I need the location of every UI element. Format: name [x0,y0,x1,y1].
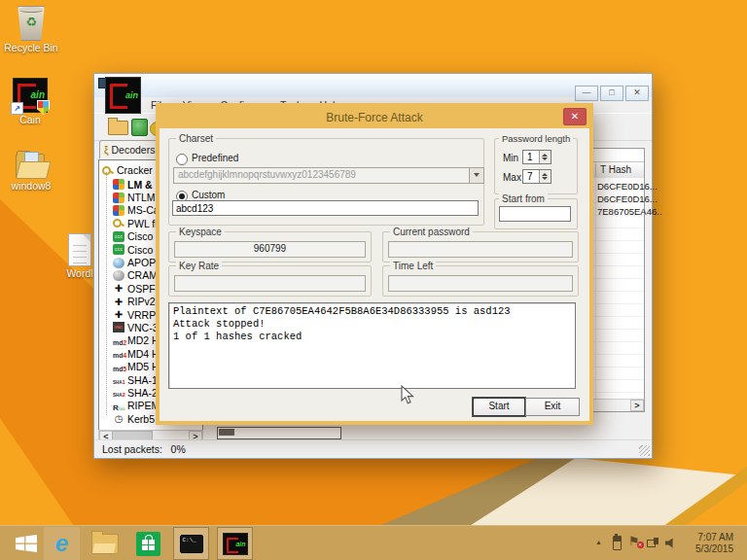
max-value: 7 [527,171,533,182]
command-prompt-icon: C:\_ [180,535,203,553]
sniffer-toolbar-icon[interactable] [131,119,148,136]
brute-force-attack-dialog: Brute-Force Attack ✕ Charset Predefined … [156,103,593,425]
tree-item-icon [113,231,124,242]
desktop-icon-cain[interactable]: ain ↗ Cain [8,78,53,125]
recycle-bin-icon: ♻ [17,6,46,41]
tree-item-icon [113,283,124,294]
taskbar-file-explorer[interactable] [87,527,123,560]
shortcut-arrow-icon: ↗ [11,102,23,115]
min-value: 1 [527,152,533,162]
dialog-titlebar[interactable]: Brute-Force Attack [160,107,589,128]
minimize-button[interactable]: — [575,86,598,101]
tree-item-label: MD2 H [127,334,160,346]
tree-item-label: APOP- [127,257,160,268]
tree-item-label: VNC-3 [127,322,159,333]
status-bar: Lost packets: 0% [94,439,652,458]
custom-label[interactable]: Custom [192,190,225,200]
tree-item-label: Cisco [127,244,153,256]
action-center-flag-icon[interactable]: ⚑ [628,534,640,548]
battery-icon[interactable] [613,536,622,550]
taskbar-internet-explorer[interactable]: e [44,527,80,560]
exit-button[interactable]: Exit [525,398,580,416]
tree-item-label: PWL fi [127,218,158,229]
taskbar-command-prompt[interactable]: C:\_ [173,527,209,560]
start-from-input[interactable] [499,206,571,222]
tree-item-label: MD4 H [127,348,160,360]
custom-charset-input[interactable] [172,200,479,216]
desktop-icon-label: window8 [4,181,58,192]
tree-item-label: Kerb5 [127,413,155,425]
mouse-cursor [401,385,414,405]
tree-root-cracker[interactable]: Cracker [102,164,153,176]
key-icon [102,165,114,176]
taskbar: e C:\_ ain ▲ ⚑ 7:07 AM 5/3/2015 [0,525,747,560]
tree-item-icon [113,218,124,228]
tree-item-icon [113,258,124,268]
status-text: Lost packets: 0% [102,443,186,455]
tree-item-icon [113,297,124,307]
attack-output-box[interactable]: Plaintext of C7E86705EA4642F5B8A6E34D863… [168,302,576,389]
cain-icon: ain [223,533,248,555]
min-label: Min [503,153,518,163]
tree-item-label: SHA-1 [127,374,158,386]
tree-item-icon [113,387,124,398]
column-header-hash[interactable]: T Hash [600,164,631,175]
store-icon [136,532,160,556]
network-icon[interactable] [647,538,658,546]
hash-row[interactable]: 7E86705EA46.. [597,206,662,219]
tree-item-label: LM & [127,179,153,191]
taskbar-clock[interactable]: 7:07 AM 5/3/2015 [677,532,733,555]
tree-root-label: Cracker [117,164,153,176]
taskbar-cain[interactable]: ain [217,527,253,560]
tree-item-icon [113,362,124,372]
hidden-icons-arrow[interactable]: ▲ [595,539,602,545]
spring-icon: ξ [104,145,108,156]
current-password-value [388,241,573,258]
tree-item-icon [113,401,124,411]
predefined-radio[interactable] [176,154,188,165]
keyspace-legend: Keyspace [176,227,225,237]
tab-decoders[interactable]: ξ Decoders [99,140,160,158]
cain-shortcut-icon: ain ↗ [13,78,48,113]
desktop-icon-label: Recycle Bin [4,43,58,53]
key-rate-legend: Key Rate [176,261,222,271]
desktop-icon-recycle-bin[interactable]: ♻ Recycle Bin [4,6,58,53]
hash-row[interactable]: D6CFE0D16... [597,181,658,193]
tab-label: Decoders [111,144,155,156]
chevron-down-icon[interactable] [469,168,483,183]
start-button[interactable]: Start [473,398,525,416]
taskbar-store[interactable] [130,527,166,560]
tree-item-icon [113,244,124,255]
cain-logo: ain [105,77,141,114]
max-spinner[interactable]: 7 [522,169,551,184]
tree-item-label: VRRP- [127,309,160,321]
document-icon [68,233,91,266]
scroll-right-icon[interactable]: > [630,400,644,411]
maximize-button[interactable]: □ [600,86,623,101]
window-titlebar[interactable] [94,74,652,97]
windows-logo-icon [15,534,38,553]
tree-item-icon [113,179,124,190]
spinner-arrows-icon[interactable] [539,170,551,183]
charset-value: abcdefghijklmnopqrstuvwxyz0123456789 [178,169,356,180]
min-spinner[interactable]: 1 [522,150,551,164]
dialog-close-button[interactable]: ✕ [563,108,587,125]
start-button[interactable] [8,527,44,560]
password-length-legend: Password length [499,133,573,144]
start-from-legend: Start from [499,193,548,204]
tree-item-label: MD5 H [127,361,160,372]
tree-item-label: SHA-2 [127,387,158,399]
time-left-legend: Time Left [390,261,436,271]
close-button[interactable]: ✕ [625,86,649,101]
predefined-label[interactable]: Predefined [192,153,238,163]
predefined-charset-combo[interactable]: abcdefghijklmnopqrstuvwxyz0123456789 [173,167,484,184]
spinner-arrows-icon[interactable] [539,151,551,163]
open-folder-icon[interactable] [108,121,128,135]
tree-item-label: CRAM [127,269,158,281]
tree-item-icon [113,322,124,332]
file-explorer-icon [91,534,119,554]
hash-row[interactable]: D6CFE0D16... [597,193,658,206]
resize-grip[interactable] [639,445,650,456]
desktop-icon-window8[interactable]: window8 [4,152,58,192]
tree-item-label: MS-Ca [127,204,160,216]
